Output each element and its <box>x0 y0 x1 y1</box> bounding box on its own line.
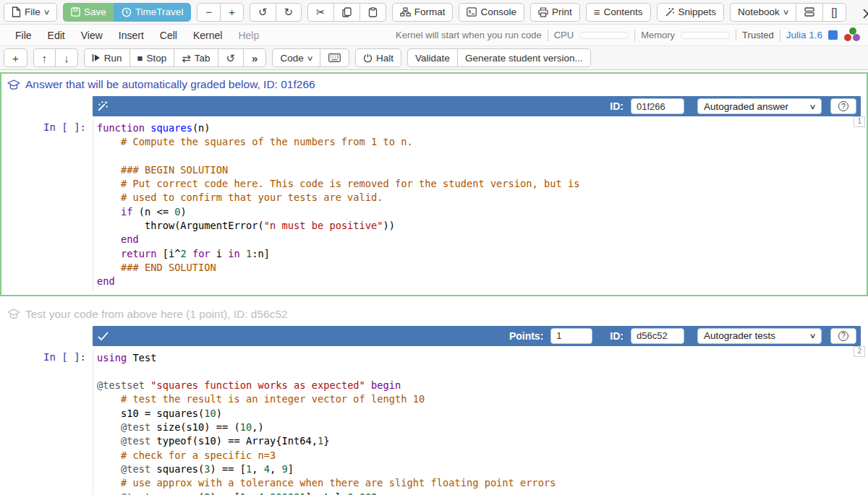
menu-edit[interactable]: Edit <box>40 30 73 41</box>
cpu-gauge <box>579 32 629 39</box>
zoom-out-button[interactable]: − <box>197 3 220 22</box>
chevron-down-icon: ∨ <box>809 332 816 340</box>
memory-label: Memory <box>641 30 675 40</box>
nbgrader-help-button[interactable]: ? <box>830 98 856 114</box>
redo-icon: ↻ <box>284 7 294 17</box>
keyboard-shortcuts-button[interactable] <box>320 48 349 67</box>
cell-number-badge: 1 <box>854 116 865 127</box>
move-cell-up-button[interactable]: ↑ <box>33 48 56 67</box>
nbgrader-tests-heading: Test your code from above here (1 point)… <box>1 304 867 324</box>
clock-icon <box>122 7 132 17</box>
kernel-status-text: Kernel will start when you run code <box>396 30 542 40</box>
points-input[interactable] <box>550 328 592 344</box>
check-icon <box>97 331 109 341</box>
file-icon <box>12 7 21 17</box>
id-label: ID: <box>610 330 624 342</box>
halt-button[interactable]: Halt <box>355 48 401 67</box>
arrow-down-icon: ↓ <box>64 53 69 64</box>
divider <box>780 30 780 41</box>
power-icon <box>363 53 373 63</box>
contents-icon: ≡ <box>594 7 600 17</box>
move-cell-down-button[interactable]: ↓ <box>55 48 78 67</box>
keyboard-icon <box>328 53 341 62</box>
close-frame-button[interactable] <box>855 4 868 21</box>
format-icon <box>400 7 411 17</box>
graduation-cap-icon <box>7 309 20 319</box>
question-icon: ? <box>838 331 848 341</box>
undo-button[interactable]: ↺ <box>250 3 276 22</box>
points-label: Points: <box>509 330 543 342</box>
brackets-button[interactable]: [] <box>822 3 846 22</box>
cut-icon: ✂ <box>316 7 326 17</box>
chevron-down-icon: ∨ <box>809 103 816 111</box>
save-icon <box>71 7 80 17</box>
zoom-in-button[interactable]: + <box>220 3 244 22</box>
generate-student-version-button[interactable]: Generate student version... <box>457 48 591 67</box>
split-frame-button[interactable] <box>796 3 822 22</box>
save-button[interactable]: Save <box>63 3 114 22</box>
step-forward-icon <box>92 53 101 62</box>
top-toolbar: File ∨ Save TimeTravel − + ↺ ↻ ✂ Format <box>0 0 868 25</box>
chevron-down-icon: ∨ <box>43 8 50 16</box>
cell-type-dropdown[interactable]: Code ∨ <box>272 48 320 67</box>
format-button[interactable]: Format <box>392 3 454 22</box>
julia-logo-icon <box>843 27 861 43</box>
divider <box>634 30 635 41</box>
cpu-label: CPU <box>554 30 574 40</box>
nbgrader-cell-toolbar: ID: Autograded answer ∨ ? <box>93 96 861 116</box>
menu-help[interactable]: Help <box>230 30 267 41</box>
cell-id-input[interactable] <box>631 98 684 114</box>
chevron-down-icon: ∨ <box>306 54 313 62</box>
magic-wand-icon <box>97 100 109 112</box>
copy-button[interactable] <box>333 3 359 22</box>
tab-button[interactable]: ⇄ Tab <box>174 48 217 67</box>
input-prompt: In [ ]: <box>1 120 93 290</box>
plus-icon: + <box>229 7 235 17</box>
menu-file[interactable]: File <box>7 30 40 41</box>
id-label: ID: <box>610 100 624 112</box>
file-menu-button[interactable]: File ∨ <box>4 3 57 22</box>
nbgrader-answer-heading: Answer that will be automatically graded… <box>1 74 867 95</box>
run-all-button[interactable]: » <box>243 48 266 67</box>
divider <box>548 30 548 41</box>
run-button[interactable]: Run <box>84 48 129 67</box>
console-icon <box>467 7 477 17</box>
restart-kernel-button[interactable]: ↺ <box>218 48 244 67</box>
graduation-cap-icon <box>7 79 20 90</box>
split-horizontal-icon <box>804 7 814 17</box>
notebook-menu-button[interactable]: Notebook ∨ <box>730 3 796 22</box>
nbgrader-help-button[interactable]: ? <box>830 328 856 344</box>
menu-kernel[interactable]: Kernel <box>185 30 230 41</box>
copy-icon <box>342 7 352 17</box>
menu-view[interactable]: View <box>73 30 111 41</box>
snippets-button[interactable]: Snippets <box>657 3 725 22</box>
code-cell: In [ ]: using Test @testset "squares fun… <box>1 346 867 495</box>
minus-icon: − <box>205 7 212 17</box>
plus-icon: + <box>12 53 19 64</box>
timetravel-button[interactable]: TimeTravel <box>114 3 192 22</box>
redo-button[interactable]: ↻ <box>276 3 302 22</box>
code-editor[interactable]: function squares(n) # Compute the square… <box>93 120 867 290</box>
menu-insert[interactable]: Insert <box>111 30 152 41</box>
kernel-name[interactable]: Julia 1.6 <box>786 30 822 40</box>
cell-id-input[interactable] <box>631 328 684 344</box>
memory-gauge <box>681 32 730 39</box>
cut-button[interactable]: ✂ <box>307 3 333 22</box>
cell-type-select[interactable]: Autograder tests ∨ <box>697 328 822 344</box>
cell-autograded-answer[interactable]: Answer that will be automatically graded… <box>0 72 868 296</box>
contents-button[interactable]: ≡ Contents <box>586 3 651 22</box>
undo-icon: ↺ <box>226 53 236 64</box>
paste-button[interactable] <box>359 3 386 22</box>
code-editor[interactable]: using Test @testset "squares function wo… <box>93 350 867 495</box>
undo-icon: ↺ <box>258 7 268 17</box>
paste-icon <box>368 7 378 17</box>
validate-button[interactable]: Validate <box>407 48 457 67</box>
menu-cell[interactable]: Cell <box>152 30 185 41</box>
run-toolbar: + ↑ ↓ Run ■ Stop ⇄ Tab ↺ » Code ∨ Halt <box>0 46 868 70</box>
stop-button[interactable]: ■ Stop <box>129 48 174 67</box>
cell-type-select[interactable]: Autograded answer ∨ <box>697 98 822 114</box>
cell-autograder-tests[interactable]: Test your code from above here (1 point)… <box>0 302 868 495</box>
insert-cell-button[interactable]: + <box>4 48 27 67</box>
console-button[interactable]: Console <box>459 3 524 22</box>
print-button[interactable]: Print <box>530 3 580 22</box>
